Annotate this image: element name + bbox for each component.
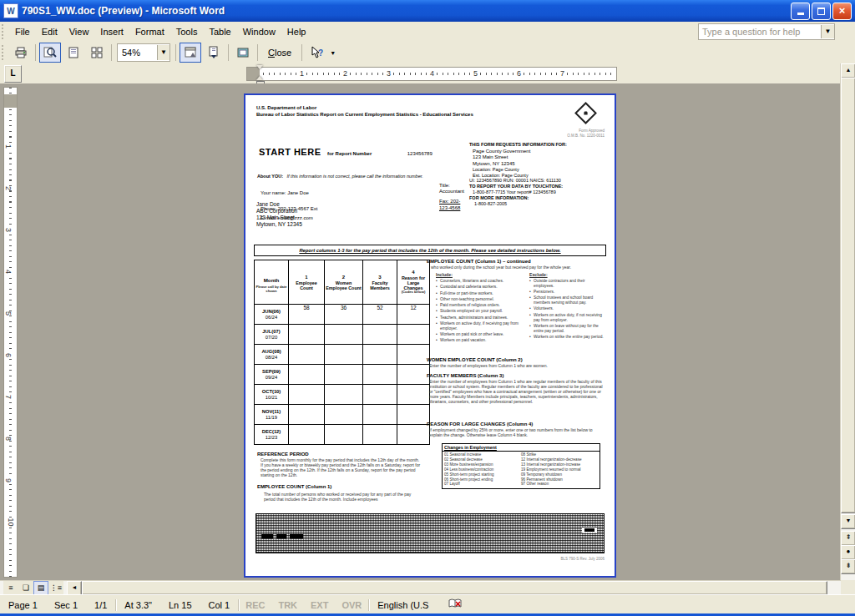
one-page-icon — [67, 46, 80, 59]
faculty-section: FACULTY MEMBERS (Column 3) Enter the num… — [427, 373, 605, 404]
more-info-line: 1-800-827-2005 — [469, 201, 610, 207]
magnifier-button[interactable] — [39, 43, 61, 63]
status-trk-toggle[interactable]: TRK — [271, 600, 304, 610]
web-layout-view-button[interactable]: ❏ — [18, 581, 33, 595]
shrink-to-fit-icon — [207, 46, 220, 59]
print-layout-view-button[interactable]: ▤ — [33, 581, 48, 595]
outline-view-button[interactable]: ⋮≡ — [48, 581, 63, 595]
status-language[interactable]: English (U.S — [369, 600, 437, 610]
menu-window[interactable]: Window — [237, 24, 281, 39]
toolbar-separator — [301, 44, 302, 61]
menu-file[interactable]: File — [9, 24, 36, 39]
status-rec-toggle[interactable]: REC — [239, 600, 271, 610]
list-item: Outside contractors and their employees. — [529, 279, 606, 289]
dol-diamond-logo-icon — [574, 102, 597, 124]
ruler-number: 4 — [4, 270, 12, 274]
document-page: U.S. Department of Labor Bureau of Labor… — [244, 93, 616, 578]
changes-codes-box: Changes in Employment 01 Seasonal increa… — [442, 443, 600, 489]
exclude-title: Exclude: — [529, 272, 606, 277]
scroll-thumb[interactable] — [841, 78, 855, 513]
print-button[interactable] — [10, 43, 32, 63]
menu-view[interactable]: View — [63, 24, 95, 39]
close-window-button[interactable]: × — [832, 3, 852, 20]
list-item: Workers on paid vacation. — [436, 338, 519, 343]
ruler-number: 6 — [4, 353, 12, 357]
menu-format[interactable]: Format — [129, 24, 170, 39]
full-screen-button[interactable] — [232, 43, 254, 63]
horizontal-scroll-thumb[interactable] — [82, 581, 827, 595]
ruler-number: 7 — [559, 69, 565, 78]
close-preview-button[interactable]: Close — [261, 44, 299, 61]
menu-insert[interactable]: Insert — [94, 24, 129, 39]
status-ovr-toggle[interactable]: OVR — [335, 600, 368, 610]
table-row: OCT(10)10/21 — [255, 385, 430, 405]
document-area: 1 2 3 4 5 6 7 8 9 10 U.S. Department of … — [0, 83, 841, 580]
codes-title: Changes in Employment — [443, 444, 600, 452]
section-text: who worked only during the school year b… — [427, 265, 605, 270]
previous-page-button[interactable]: ⇞ — [841, 531, 855, 546]
more-info-title: FOR MORE INFORMATION: — [469, 195, 610, 202]
menu-table[interactable]: Table — [203, 24, 236, 39]
zoom-dropdown[interactable]: 54% ▼ — [117, 43, 170, 62]
hanging-indent-marker[interactable] — [256, 76, 263, 80]
window-controls: × — [791, 3, 852, 20]
col1-header-cell: 1Employee Count — [289, 260, 325, 305]
close-preview-label: lose — [275, 48, 291, 58]
scroll-down-button[interactable]: ▼ — [841, 514, 855, 529]
tab-selector-button[interactable]: L — [4, 65, 22, 83]
top-margin-area — [4, 94, 17, 108]
next-page-button[interactable]: ⇟ — [841, 559, 855, 574]
chevron-down-icon[interactable]: ▼ — [821, 25, 834, 38]
toolbar-separator — [35, 44, 36, 61]
help-question-box[interactable]: Type a question for help ▼ — [698, 23, 835, 40]
ruler-number: 1 — [4, 144, 12, 149]
table-header-row: Month Please call by date shown 1Employe… — [255, 260, 430, 305]
toolbar-grip[interactable] — [2, 45, 8, 60]
spellcheck-book-icon[interactable] — [448, 598, 462, 611]
one-page-button[interactable] — [63, 43, 84, 63]
svg-text:?: ? — [318, 48, 323, 58]
scroll-left-button[interactable]: ◄ — [67, 581, 82, 596]
requests-location: Location: Page County — [469, 167, 610, 173]
print-preview-toolbar: 54% ▼ Close ? ▼ — [0, 42, 855, 64]
menu-bar: File Edit View Insert Format Tools Table… — [0, 22, 855, 43]
list-item: Pensioners. — [529, 290, 606, 295]
help-arrow-icon: ? — [310, 46, 323, 59]
mailing-line: ABC Corporation — [256, 208, 302, 215]
banner-text: Report columns 1-3 for the pay period th… — [299, 248, 560, 253]
scroll-up-button[interactable]: ▲ — [841, 63, 855, 78]
table-row: SEP(09)09/24 — [255, 365, 430, 385]
restore-button[interactable] — [812, 3, 831, 20]
first-line-indent-marker[interactable] — [256, 65, 263, 69]
multiple-pages-button[interactable] — [86, 43, 108, 63]
chevron-down-icon[interactable]: ▼ — [157, 45, 169, 60]
toolbar-options-chevron[interactable]: ▼ — [330, 50, 336, 56]
status-ext-toggle[interactable]: EXT — [304, 600, 335, 610]
normal-view-button[interactable]: ≡ — [3, 581, 18, 595]
toolbar-separator — [175, 44, 176, 61]
code-item: 07 Layoff — [444, 482, 521, 487]
shrink-to-fit-button[interactable] — [203, 43, 225, 63]
context-help-button[interactable]: ? — [306, 43, 327, 63]
toolbar-grip[interactable] — [2, 24, 8, 39]
minimize-button[interactable] — [791, 3, 810, 20]
section-text: Enter the number of employees from Colum… — [427, 379, 605, 404]
include-list: Include: Counselors, librarians and coac… — [436, 272, 519, 345]
status-line: Ln 15 — [160, 600, 200, 610]
list-item: Volunteers. — [529, 306, 606, 311]
employee-count-section: EMPLOYEE COUNT (Column 1) The total numb… — [257, 484, 421, 502]
menu-tools[interactable]: Tools — [170, 24, 204, 39]
select-browse-object-button[interactable]: ● — [841, 545, 855, 560]
requests-est-location: Est. Location: Page County — [469, 173, 610, 179]
horizontal-ruler[interactable]: 1 2 3 4 5 6 7 — [246, 67, 617, 81]
vertical-ruler[interactable]: 1 2 3 4 5 6 7 8 9 10 — [3, 87, 18, 578]
section-title: REFERENCE PERIOD — [257, 452, 421, 457]
menu-help[interactable]: Help — [281, 24, 312, 39]
status-page: Page 1 — [0, 600, 46, 610]
table-row: AUG(08)08/24 — [255, 345, 430, 365]
view-ruler-button[interactable] — [180, 43, 201, 63]
about-note: If this information is not correct, plea… — [287, 174, 423, 179]
ruler-number: 5 — [473, 69, 478, 78]
vertical-scrollbar[interactable]: ▲ ▼ ⇞ ● ⇟ — [840, 63, 855, 580]
menu-edit[interactable]: Edit — [36, 24, 63, 39]
